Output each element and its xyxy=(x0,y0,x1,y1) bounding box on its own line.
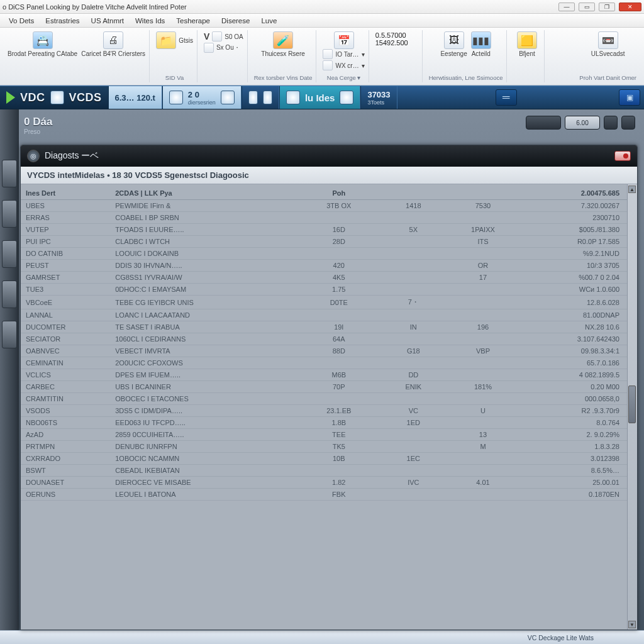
col-1[interactable]: Ines Dert xyxy=(21,184,110,200)
small-icon xyxy=(323,49,333,59)
group-label: Herwtisuatin, Lne Ssimooce xyxy=(429,74,503,81)
menu-tesherape[interactable]: Tesherape xyxy=(176,17,210,25)
side-button-4[interactable] xyxy=(2,280,17,308)
appbar-seg-counter[interactable]: 2 0diersesrien xyxy=(162,86,242,109)
appbar-action-button[interactable]: ▣ xyxy=(619,89,640,106)
table-row[interactable]: BSWTCBEADL IKEBIATAN8.6.5%… xyxy=(21,465,637,477)
small-icon xyxy=(248,91,258,104)
menu-dise[interactable]: Diserese xyxy=(221,17,250,25)
close-button[interactable]: ✕ xyxy=(619,3,641,11)
table-row[interactable]: DOUNASETDIEROCEC VE MISABE1.82IVC4.0125.… xyxy=(21,477,637,489)
scroll-thumb[interactable] xyxy=(628,386,636,423)
ribbon-btn-calendar[interactable]: 📅 xyxy=(334,31,354,49)
globe-icon xyxy=(50,91,64,104)
table-row[interactable]: CARBECUBS I BCANINER70PENIK181%0.20 M00 xyxy=(21,381,637,393)
table-row[interactable]: CXRRADO1OBOCIC NCAMMN10B1EC3.012398 xyxy=(21,453,637,465)
side-button-5[interactable] xyxy=(2,321,17,348)
cell: $005./81.380 xyxy=(518,224,637,236)
ribbon-row-s0[interactable]: VS0 OA xyxy=(204,31,243,42)
ribbon-btn-thicesx[interactable]: 🧪 Thuicesx Rsere xyxy=(261,31,304,57)
table-row[interactable]: VCLICSDPES EM IFUEM…..M6BDD4 082.1899.5 xyxy=(21,369,637,381)
appbar-seg-tickets[interactable]: 370333Toets xyxy=(360,86,397,109)
table-row[interactable]: OERUNSLEOUEL I BATONAFBK0.1870EN xyxy=(21,489,637,501)
bars-icon: ▮▮▮ xyxy=(471,31,491,49)
ribbon-btn-print[interactable]: 🖨 Caricet B4'R Criersters xyxy=(81,31,145,57)
table-row[interactable]: DUCOMTERTE SASET I iRABUA19IIN196NX.28 1… xyxy=(21,321,637,333)
table-row[interactable]: AzAD2859 0CCUIHEITA…..TEE132. 9.0.29% xyxy=(21,429,637,441)
menu-live[interactable]: Luve xyxy=(261,17,277,25)
signal-icon xyxy=(340,91,353,104)
ribbon-btn-acteild[interactable]: ▮▮▮ Acteild xyxy=(471,31,491,57)
ribbon-drop-io[interactable]: IO Tar…▾ xyxy=(323,49,364,59)
doc-btn-square2[interactable] xyxy=(621,116,635,130)
side-button-2[interactable] xyxy=(2,200,17,228)
table-row[interactable]: PEUSTDDIS 30 IHVNA/N…..420OR10/:3 3705 xyxy=(21,260,637,272)
table-row[interactable]: VBCoeETEBE CG IEYIBCR UNISD0TE7・12.8.6.0… xyxy=(21,296,637,309)
ribbon-row-sx[interactable]: Sx Ou・ xyxy=(204,43,243,53)
table-row[interactable]: TUE30DHOC:C I EMAYSAM1.75WCи 1.0.600 xyxy=(21,284,637,296)
record-indicator[interactable] xyxy=(614,151,631,161)
minimize-button[interactable]: — xyxy=(558,3,575,11)
appbar-collapse-button[interactable]: ═ xyxy=(496,89,517,106)
table-row[interactable]: NBO06TSEED063 IU TFCPD…..1.8B1ED8.0.764 xyxy=(21,417,637,429)
cell: LEOUEL I BATONA xyxy=(110,489,299,501)
maximize-button[interactable]: ▭ xyxy=(579,3,595,11)
col-6[interactable]: 2.00475.685 xyxy=(518,184,637,200)
cell: WCи 1.0.600 xyxy=(518,284,637,296)
doc-btn-value[interactable]: 6.00 xyxy=(565,116,600,130)
table-row[interactable]: PRTMPNDENUBC IUNRFPNTK5M1.8.3.28 xyxy=(21,441,637,453)
col-3[interactable]: Poh xyxy=(299,184,379,200)
window-title: o DiCS Panel Looking by Daletre Vitche A… xyxy=(3,3,187,11)
table-row[interactable]: UBESPEWMIDE IFirn &3TB OX141875307.320.0… xyxy=(21,200,637,212)
ribbon-btn-bfjent[interactable]: 🟨 Bfjent xyxy=(517,31,537,57)
table-row[interactable]: PUI IPCCLADBC I WTCH28DITSR0.0P 17.585 xyxy=(21,236,637,248)
col-2[interactable]: 2CDAS | LLK Pya xyxy=(110,184,299,200)
cell: 1PAIXX xyxy=(448,224,518,236)
doc-btn-square1[interactable] xyxy=(604,116,618,130)
readout-1: 0.5.57000 xyxy=(375,31,418,39)
ribbon-btn-gtsis[interactable]: 📁 Gtsis xyxy=(156,31,193,49)
cell: 1OBOCIC NCAMMN xyxy=(110,453,299,465)
table-row[interactable]: VSODS3DS5 C IDM/DIPA…..23.1.EBVCUR2 .9.3… xyxy=(21,405,637,417)
menu-wires[interactable]: Wites Ids xyxy=(135,17,165,25)
maximize2-button[interactable]: ❐ xyxy=(599,3,615,11)
cell: EED063 IU TFCPD….. xyxy=(110,417,299,429)
scroll-down-icon[interactable]: ▼ xyxy=(628,621,636,628)
cell xyxy=(448,248,518,260)
cell xyxy=(379,260,448,272)
col-5[interactable] xyxy=(448,184,518,200)
appbar-seg-icons[interactable] xyxy=(242,86,279,109)
table-row[interactable]: LANNALLOANC I LAACAATAND81.00DNAP xyxy=(21,309,637,321)
ribbon-btn-broadcast[interactable]: 📇 Brodat Pereating CAtabe xyxy=(8,31,77,57)
table-row[interactable]: CRAMTITINOBOCEC I ETACONES000.0658,0 xyxy=(21,393,637,405)
doc-btn-dark[interactable] xyxy=(526,116,561,130)
cell: NX.28 10.6 xyxy=(518,321,637,333)
scrollbar[interactable]: ▲ ▼ xyxy=(627,184,637,630)
cell: 4K5 xyxy=(299,272,379,284)
cell: 4.01 xyxy=(448,477,518,489)
appbar-seg-ludes[interactable]: lu Ides xyxy=(279,86,361,109)
side-button-1[interactable] xyxy=(2,160,17,187)
cell: R2 .9.3.70r9 xyxy=(518,405,637,417)
table-row[interactable]: DO CATNIBLOOUIC I DOKAINB%9.2.1NUD xyxy=(21,248,637,260)
table-row[interactable]: SECIATOR1060CL I CEDIRANNS64A3.107.64243… xyxy=(21,333,637,345)
small-icon xyxy=(323,60,333,70)
ribbon-btn-ulrecadst[interactable]: 📼 ULSvecadst xyxy=(591,31,625,57)
scroll-up-icon[interactable]: ▲ xyxy=(628,186,636,193)
ribbon-btn-eestenge[interactable]: 🖼 Eestenge xyxy=(440,31,467,57)
cell: 4 082.1899.5 xyxy=(518,369,637,381)
col-4[interactable] xyxy=(379,184,448,200)
table-row[interactable]: CEMINATIN2O0UCIC CFOXOWS65.7.0.186 xyxy=(21,357,637,369)
cell: M xyxy=(448,441,518,453)
table-row[interactable]: VUTEPTFOADS I EUURE…..16D5X1PAIXX$005./8… xyxy=(21,224,637,236)
appbar-seg-readout[interactable]: 6.3… 120.t xyxy=(108,86,162,109)
menu-data[interactable]: Vo Dets xyxy=(9,17,34,25)
group-label[interactable]: Nea Cerge ▾ xyxy=(327,74,361,81)
table-row[interactable]: OABNVECVEBECT IMVRTA88DG18VBP09.98.3.34:… xyxy=(21,345,637,357)
table-row[interactable]: GAMRSETCG8SS1 IYVRA/AI/W4K517%00.7 0 2.0… xyxy=(21,272,637,284)
side-button-3[interactable] xyxy=(2,240,17,268)
menu-admin[interactable]: US Atnmrt xyxy=(91,17,124,25)
table-row[interactable]: ERRASCOABEL I BP SRBN2300710 xyxy=(21,212,637,224)
ribbon-drop-wx[interactable]: WX cr…▾ xyxy=(323,60,364,70)
menu-estrastries[interactable]: Estrastries xyxy=(45,17,79,25)
